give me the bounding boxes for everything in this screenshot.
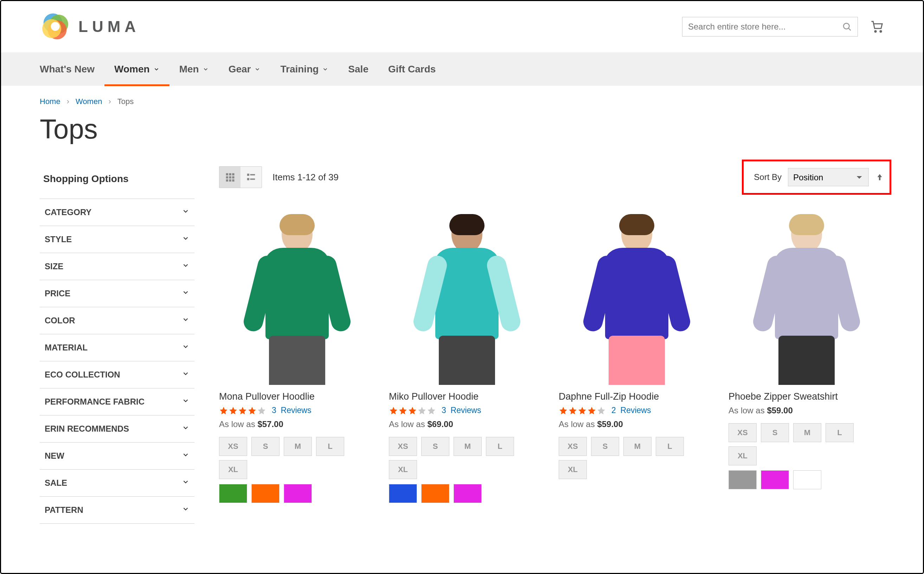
chevron-down-icon <box>182 370 189 380</box>
size-swatch[interactable]: XL <box>728 446 757 465</box>
size-swatch[interactable]: XS <box>559 437 587 456</box>
sort-label: Sort By <box>754 172 782 182</box>
reviews-link[interactable]: 2 Reviews <box>612 405 651 415</box>
search-box[interactable] <box>682 17 858 36</box>
size-swatch[interactable]: M <box>623 437 651 456</box>
reviews-link[interactable]: 3 Reviews <box>442 405 481 415</box>
svg-rect-12 <box>226 177 228 178</box>
svg-rect-19 <box>250 174 255 175</box>
filter-sale[interactable]: SALE <box>40 469 194 496</box>
filter-performance-fabric[interactable]: PERFORMANCE FABRIC <box>40 388 194 415</box>
chevron-down-icon <box>322 66 328 73</box>
list-view-button[interactable] <box>241 167 262 188</box>
color-swatch[interactable] <box>793 470 822 489</box>
size-swatch[interactable]: S <box>761 423 789 442</box>
reviews-link[interactable]: 3 Reviews <box>272 405 311 415</box>
sort-direction-button[interactable] <box>875 173 884 182</box>
svg-rect-11 <box>232 173 234 175</box>
filter-price[interactable]: PRICE <box>40 280 194 307</box>
breadcrumb: Home › Women › Tops <box>1 86 923 106</box>
svg-line-6 <box>849 28 851 31</box>
size-swatch[interactable]: XS <box>219 437 247 456</box>
size-swatch[interactable]: XS <box>389 437 417 456</box>
filter-eco-collection[interactable]: ECO COLLECTION <box>40 361 194 388</box>
size-swatch[interactable]: XS <box>728 423 757 442</box>
color-swatch[interactable] <box>421 484 449 503</box>
color-swatch[interactable] <box>728 470 757 489</box>
product-name[interactable]: Phoebe Zipper Sweatshirt <box>728 385 884 405</box>
product-grid: Mona Pullover Hoodlie 3 Reviews As low a… <box>219 199 884 508</box>
product-name[interactable]: Mona Pullover Hoodlie <box>219 385 375 405</box>
filter-pattern[interactable]: PATTERN <box>40 496 194 524</box>
svg-rect-9 <box>226 173 228 175</box>
size-swatch[interactable]: XL <box>559 460 587 479</box>
product-image[interactable] <box>559 206 714 385</box>
nav-item-gift-cards[interactable]: Gift Cards <box>378 52 445 86</box>
logo[interactable]: LUMA <box>40 11 140 43</box>
size-swatch[interactable]: S <box>421 437 449 456</box>
search-input[interactable] <box>688 22 842 32</box>
product-card: Phoebe Zipper Sweatshirt As low as $59.0… <box>728 206 884 508</box>
crumb-women[interactable]: Women <box>76 97 102 106</box>
nav-item-label: What's New <box>40 64 95 75</box>
grid-view-button[interactable] <box>219 167 241 188</box>
nav-item-women[interactable]: Women <box>104 52 169 86</box>
color-swatch[interactable] <box>389 484 417 503</box>
color-swatch[interactable] <box>284 484 312 503</box>
size-swatch[interactable]: S <box>591 437 619 456</box>
size-swatch[interactable]: L <box>316 437 344 456</box>
product-image[interactable] <box>389 206 545 385</box>
price: As low as $59.00 <box>559 419 714 437</box>
size-swatch[interactable]: XL <box>389 460 417 479</box>
nav-item-sale[interactable]: Sale <box>338 52 378 86</box>
size-swatch[interactable]: M <box>284 437 312 456</box>
nav-item-label: Sale <box>348 64 369 75</box>
size-swatch[interactable]: XL <box>219 460 247 479</box>
price: As low as $69.00 <box>389 419 545 437</box>
svg-rect-16 <box>229 179 231 181</box>
filter-category[interactable]: CATEGORY <box>40 199 194 226</box>
filter-material[interactable]: MATERIAL <box>40 334 194 361</box>
filter-size[interactable]: SIZE <box>40 253 194 280</box>
size-swatch[interactable]: M <box>793 423 822 442</box>
product-image[interactable] <box>728 206 884 385</box>
filter-new[interactable]: NEW <box>40 442 194 469</box>
sort-select[interactable]: Position <box>788 168 869 186</box>
product-image[interactable] <box>219 206 375 385</box>
product-name[interactable]: Miko Pullover Hoodie <box>389 385 545 405</box>
size-swatch[interactable]: S <box>251 437 279 456</box>
nav-item-label: Gear <box>229 64 251 75</box>
size-swatch[interactable]: M <box>454 437 482 456</box>
filter-erin-recommends[interactable]: ERIN RECOMMENDS <box>40 415 194 442</box>
size-swatch[interactable]: L <box>486 437 514 456</box>
nav-item-men[interactable]: Men <box>169 52 219 86</box>
svg-point-7 <box>875 31 876 32</box>
svg-rect-14 <box>232 177 234 178</box>
size-swatches: XSSMLXL <box>728 423 884 470</box>
product-card: Daphne Full-Zip Hoodie 2 Reviews As low … <box>559 206 714 508</box>
color-swatch[interactable] <box>454 484 482 503</box>
search-icon[interactable] <box>842 22 852 32</box>
svg-rect-15 <box>226 179 228 181</box>
nav-item-what-s-new[interactable]: What's New <box>40 52 104 86</box>
nav-item-gear[interactable]: Gear <box>219 52 271 86</box>
color-swatches <box>389 484 545 508</box>
crumb-home[interactable]: Home <box>40 97 60 106</box>
size-swatches: XSSMLXL <box>389 437 545 484</box>
size-swatch[interactable]: L <box>826 423 854 442</box>
color-swatch[interactable] <box>251 484 279 503</box>
chevron-down-icon <box>254 66 260 73</box>
color-swatch[interactable] <box>761 470 789 489</box>
rating-stars <box>559 406 606 415</box>
filter-color[interactable]: COLOR <box>40 307 194 334</box>
nav-item-training[interactable]: Training <box>270 52 338 86</box>
size-swatches: XSSMLXL <box>559 437 714 484</box>
product-name[interactable]: Daphne Full-Zip Hoodie <box>559 385 714 405</box>
color-swatch[interactable] <box>219 484 247 503</box>
svg-rect-13 <box>229 177 231 178</box>
cart-icon[interactable] <box>870 20 884 34</box>
crumb-current: Tops <box>117 97 134 106</box>
rating-stars <box>389 406 436 415</box>
size-swatch[interactable]: L <box>656 437 684 456</box>
filter-style[interactable]: STYLE <box>40 226 194 253</box>
